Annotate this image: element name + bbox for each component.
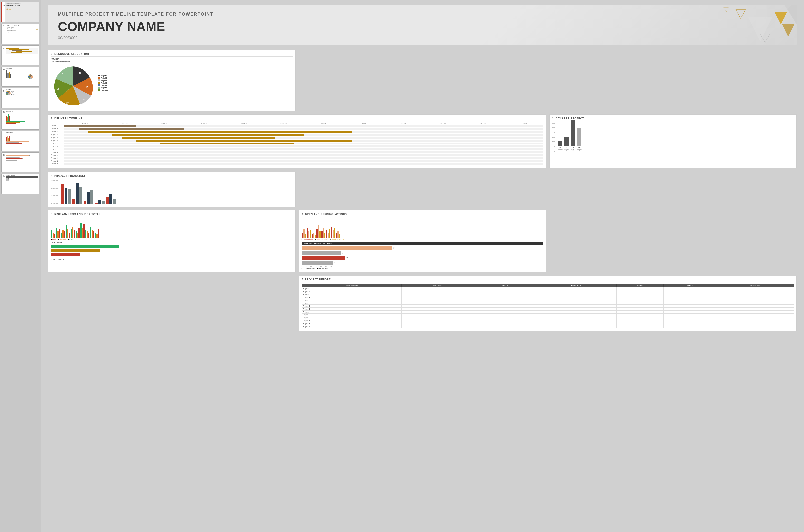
project-report-table: PROJECT NAME SCHEDULE BUDGET RESOURCES R… <box>302 284 794 328</box>
risk-total-row-high <box>51 253 293 255</box>
panel4-title: 4. PROJECT FINANCIALS <box>51 174 293 178</box>
risk-group <box>76 228 80 238</box>
bar <box>101 201 105 204</box>
slide-thumb-8[interactable]: 8 HORIZONTAL BARS 27 16 18 <box>1 152 39 172</box>
panel7-title: 7. PROJECT REPORT <box>302 278 794 282</box>
action-total-header: OPEN AND PENDING ACTIONS <box>302 242 544 245</box>
pie-legend: Project A Project B Project C Project D … <box>98 75 108 92</box>
risk-legend: ■ HIGH ■ MEDIUM ■ LOW <box>51 239 293 240</box>
slide-thumb-1[interactable]: 1 MULTIPLE PROJECT TIMELINE COMPANY NAME… <box>1 2 39 22</box>
col-schedule: SCHEDULE <box>401 284 474 287</box>
table-row: Project F <box>302 302 794 304</box>
svg-text:5: 5 <box>83 98 84 101</box>
slide-preview-2: TABLE OF CONTENTS 1. Delivery Timeline2.… <box>5 24 39 44</box>
pie-svg: 10 10 5 10 10 5 <box>51 64 95 108</box>
bar <box>87 192 90 204</box>
y-axis-labels: 300 250 200 150 100 50 0 <box>552 122 555 152</box>
slide-thumb-2[interactable]: 2 TABLE OF CONTENTS 1. Delivery Timeline… <box>1 24 39 44</box>
financials-y-labels: $2,500,000 $2,000,000 $1,500,000 $1,000,… <box>51 180 58 204</box>
bar <box>64 188 68 204</box>
financials-bar-group <box>106 194 116 204</box>
action-group <box>317 225 321 238</box>
gantt-chart: 04/23/25 05/23/25 06/22/25 07/22/25 08/2… <box>51 122 543 166</box>
high-bar <box>83 224 85 238</box>
panel3-title: 3. RESOURCE ALLOCATION <box>51 53 293 57</box>
med-bar <box>77 233 78 238</box>
title-slide: MULTIPLE PROJECT TIMELINE TEMPLATE FOR P… <box>48 5 797 45</box>
action-group <box>331 227 335 238</box>
low-bar <box>95 233 96 238</box>
main-content: MULTIPLE PROJECT TIMELINE TEMPLATE FOR P… <box>41 0 804 532</box>
gantt-row: Project E <box>51 136 543 139</box>
actions-legend: ■ OPEN ISSUES ■ OPEN REVISIONS ■ PENDING… <box>302 239 544 240</box>
high-bar <box>54 234 55 238</box>
slide-number-9: 9 <box>2 174 5 194</box>
panel-resource-allocation: 3. RESOURCE ALLOCATION NUMBEROF TEAM MEM… <box>48 50 296 111</box>
action-group <box>312 233 316 238</box>
slide-preview-5: PIE CHART ■ Project A■ Project B■ Projec… <box>5 89 39 108</box>
action-group <box>336 231 340 238</box>
med-bar <box>72 227 73 238</box>
svg-text:5: 5 <box>62 72 63 75</box>
slide-number-4: 4 <box>2 67 5 87</box>
col-resources: RESOURCES <box>534 284 617 287</box>
legend-item: Project D <box>98 82 108 84</box>
slide-thumb-7[interactable]: 7 OPEN ACTIONS <box>1 131 39 151</box>
slide-thumb-6[interactable]: 6 RISK ANALYSIS <box>1 110 39 130</box>
gantt-row: Project J <box>51 148 543 151</box>
gantt-header: 04/23/25 05/23/25 06/22/25 07/22/25 08/2… <box>64 122 543 124</box>
low-bar <box>56 228 57 238</box>
risk-bars <box>51 218 293 238</box>
slide-number-2: 2 <box>2 24 5 44</box>
action-bar-row: 13 <box>302 261 544 265</box>
risk-total-section: RISK TOTAL 0 10 20 30 <box>51 242 293 260</box>
bar <box>106 196 109 204</box>
med-bar <box>57 231 59 238</box>
bar <box>72 199 75 204</box>
low-bar <box>51 230 52 238</box>
high-bar <box>78 228 80 238</box>
low-total-bar <box>51 245 119 248</box>
days-chart: 300 250 200 150 100 50 0 57 Project A <box>552 122 794 152</box>
gantt-row: Project M <box>51 157 543 159</box>
slide-number-6: 6 <box>2 110 5 129</box>
gantt-row: Project D <box>51 133 543 136</box>
slide-preview-9: PROJECT REPORT NameSchedBudget Project A… <box>5 174 39 194</box>
action-bar-row: 16 <box>302 251 544 255</box>
low-bar <box>66 225 67 238</box>
med-bar <box>53 233 54 238</box>
table-row: Project G <box>302 304 794 307</box>
bar <box>113 199 116 204</box>
slide-thumb-5[interactable]: 5 PIE CHART ■ Project A■ Project B■ Proj… <box>1 88 39 108</box>
table-row: Project K <box>302 313 794 316</box>
legend-item: Project F <box>98 87 108 89</box>
bar-item: 264 Project C <box>571 120 575 152</box>
gantt-row: Project C <box>51 131 543 133</box>
financials-chart: $2,500,000 $2,000,000 $1,500,000 $1,000,… <box>51 180 293 204</box>
legend-item: Project C <box>98 79 108 81</box>
slide-thumb-9[interactable]: 9 PROJECT REPORT NameSchedBudget Project… <box>1 174 39 194</box>
high-bar <box>69 233 70 238</box>
table-row: Project C <box>302 293 794 296</box>
pie-chart-area: NUMBEROF TEAM MEMBERS 10 10 5 10 <box>51 58 293 108</box>
risk-group <box>80 223 85 238</box>
action-group <box>321 228 325 238</box>
actions-bars <box>302 218 544 238</box>
action-bar-fill <box>302 246 392 250</box>
table-row: Project L <box>302 316 794 319</box>
slide-thumb-4[interactable]: 4 FINANCIALS <box>1 67 39 87</box>
risk-group <box>95 229 99 238</box>
action-group <box>326 229 330 238</box>
action-group <box>302 229 306 238</box>
slide-number-8: 8 <box>2 153 5 172</box>
table-row: Project E <box>302 299 794 302</box>
bar <box>83 202 87 204</box>
slide-thumb-3[interactable]: 3 DELIVERY TIMELINE <box>1 45 39 65</box>
panel6-title: 6. OPEN AND PENDING ACTIONS <box>302 213 544 217</box>
bar <box>109 194 112 204</box>
financials-bar-group <box>61 184 71 204</box>
table-row: Project A <box>302 287 794 290</box>
med-bar <box>87 231 88 238</box>
bar <box>558 140 562 146</box>
gantt-row: Project N <box>51 160 543 162</box>
